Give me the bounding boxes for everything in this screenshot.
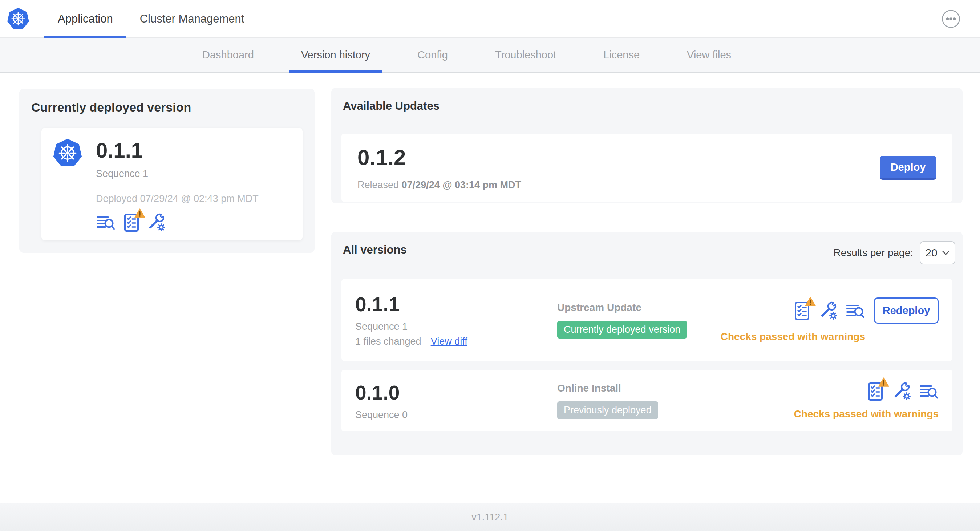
- row-source-label: Online Install: [557, 382, 794, 394]
- results-per-page-select[interactable]: 20: [920, 241, 955, 264]
- deploy-button[interactable]: Deploy: [880, 156, 936, 180]
- results-per-page-value: 20: [925, 246, 937, 259]
- ellipsis-menu-icon[interactable]: [942, 10, 960, 28]
- app-footer: v1.112.1: [0, 503, 980, 531]
- config-values-icon[interactable]: [892, 382, 912, 401]
- subnav-item-dashboard[interactable]: Dashboard: [190, 38, 266, 72]
- all-versions-panel: All versions Results per page: 20 0.1.1 …: [331, 232, 963, 455]
- available-update-card: 0.1.2 Released 07/29/24 @ 03:14 pm MDT D…: [341, 134, 952, 202]
- subnav-config-label: Config: [417, 49, 448, 61]
- currently-deployed-card: 0.1.1 Sequence 1 Deployed 07/29/24 @ 02:…: [41, 128, 302, 240]
- preflight-checks-warning-icon[interactable]: [121, 213, 141, 232]
- kubernetes-app-icon: [52, 138, 83, 240]
- results-per-page: Results per page: 20: [834, 241, 955, 264]
- subnav-version-history-label: Version history: [301, 49, 370, 61]
- actions-row: Redeploy: [792, 297, 939, 324]
- subnav-item-version-history[interactable]: Version history: [289, 38, 382, 72]
- version-row-info: 0.1.1 Sequence 1 1 files changed View di…: [355, 293, 557, 347]
- subnav-dashboard-label: Dashboard: [202, 49, 254, 61]
- redeploy-button[interactable]: Redeploy: [874, 297, 939, 324]
- tab-application-label: Application: [58, 12, 113, 25]
- currently-deployed-panel: Currently deployed version: [19, 89, 315, 253]
- kubernetes-logo-icon: [6, 7, 30, 30]
- deployed-version-info: 0.1.1 Sequence 1 Deployed 07/29/24 @ 02:…: [96, 138, 259, 240]
- app-root: Application Cluster Management Dashboard…: [0, 0, 980, 531]
- actions-row: [865, 382, 939, 401]
- release-date: 07/29/24 @ 03:14 pm MDT: [402, 180, 521, 190]
- release-notes-icon[interactable]: [846, 301, 865, 320]
- preflight-checks-warning-icon[interactable]: [792, 301, 811, 320]
- available-updates-panel: Available Updates 0.1.2 Released 07/29/2…: [331, 88, 963, 203]
- subnav-item-config[interactable]: Config: [406, 38, 460, 72]
- update-info: 0.1.2 Released 07/29/24 @ 03:14 pm MDT: [358, 145, 521, 191]
- available-updates-title: Available Updates: [343, 100, 439, 113]
- row-sequence: Sequence 1: [355, 321, 557, 332]
- top-nav-right: [942, 0, 980, 37]
- config-values-icon[interactable]: [819, 301, 838, 320]
- subnav-view-files-label: View files: [687, 49, 731, 61]
- subnav-item-license[interactable]: License: [591, 38, 652, 72]
- console-version: v1.112.1: [471, 512, 509, 523]
- row-icon-group: [865, 382, 939, 401]
- deployed-version-number: 0.1.1: [96, 138, 259, 162]
- row-files-changed: 1 files changed View diff: [355, 336, 557, 347]
- version-row-source: Online Install Previously deployed: [557, 382, 794, 419]
- warning-triangle-icon: [805, 296, 816, 307]
- version-row-0-1-0: 0.1.0 Sequence 0 Online Install Previous…: [341, 370, 952, 431]
- main-content: Currently deployed version: [0, 73, 980, 503]
- config-values-icon[interactable]: [147, 213, 166, 232]
- all-versions-title: All versions: [343, 243, 407, 256]
- subnav-license-label: License: [603, 49, 640, 61]
- row-version-number: 0.1.0: [355, 381, 557, 404]
- view-diff-link[interactable]: View diff: [431, 336, 468, 347]
- update-version-number: 0.1.2: [358, 145, 521, 170]
- deployed-sequence: Sequence 1: [96, 168, 259, 180]
- version-row-actions: Checks passed with warnings: [794, 382, 939, 420]
- subnav-troubleshoot-label: Troubleshoot: [495, 49, 556, 61]
- version-row-actions: Redeploy Checks passed with warnings: [721, 297, 939, 342]
- preflight-checks-warning-icon[interactable]: [865, 382, 885, 401]
- status-badge: Currently deployed version: [557, 321, 687, 339]
- release-notes-icon[interactable]: [96, 213, 116, 232]
- tab-cluster-management-label: Cluster Management: [140, 12, 245, 25]
- release-prefix: Released: [358, 180, 399, 190]
- currently-deployed-title: Currently deployed version: [31, 100, 191, 114]
- deployed-icon-row: [96, 213, 259, 232]
- warning-triangle-icon: [134, 208, 145, 218]
- subnav-item-troubleshoot[interactable]: Troubleshoot: [483, 38, 568, 72]
- results-per-page-label: Results per page:: [834, 247, 913, 259]
- checks-status-text[interactable]: Checks passed with warnings: [721, 331, 865, 342]
- version-row-info: 0.1.0 Sequence 0: [355, 381, 557, 421]
- files-changed-text: 1 files changed: [355, 336, 422, 347]
- tab-application[interactable]: Application: [44, 0, 126, 37]
- deployed-timestamp: Deployed 07/29/24 @ 02:43 pm MDT: [96, 193, 259, 205]
- row-version-number: 0.1.1: [355, 293, 557, 316]
- app-sub-nav: Dashboard Version history Config Trouble…: [0, 38, 980, 73]
- row-sequence: Sequence 0: [355, 409, 557, 421]
- app-logo: [6, 0, 30, 37]
- checks-status-text[interactable]: Checks passed with warnings: [794, 408, 939, 420]
- row-icon-group: [792, 301, 865, 320]
- status-badge: Previously deployed: [557, 401, 658, 419]
- row-source-label: Upstream Update: [557, 302, 721, 313]
- update-release-line: Released 07/29/24 @ 03:14 pm MDT: [358, 180, 521, 191]
- warning-triangle-icon: [878, 377, 889, 387]
- version-row-source: Upstream Update Currently deployed versi…: [557, 302, 721, 339]
- chevron-down-icon: [942, 250, 950, 255]
- release-notes-icon[interactable]: [919, 382, 939, 401]
- tab-cluster-management[interactable]: Cluster Management: [126, 0, 258, 37]
- top-nav: Application Cluster Management: [0, 0, 980, 38]
- version-row-0-1-1: 0.1.1 Sequence 1 1 files changed View di…: [341, 279, 952, 361]
- subnav-item-view-files[interactable]: View files: [675, 38, 743, 72]
